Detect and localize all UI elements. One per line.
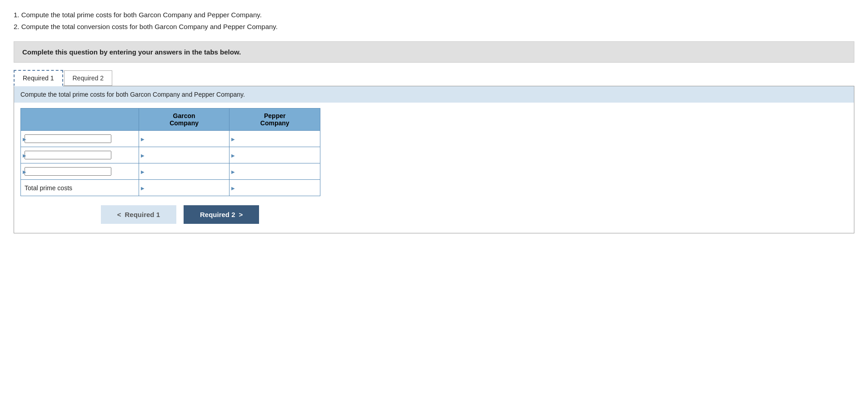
nav-buttons: Required 1 Required 2 bbox=[27, 205, 327, 224]
row2-garcon-cell bbox=[139, 147, 229, 163]
complete-banner: Complete this question by entering your … bbox=[14, 41, 854, 63]
chevron-right-icon bbox=[239, 211, 243, 218]
row1-label-input[interactable] bbox=[25, 134, 111, 143]
row2-label-input[interactable] bbox=[25, 151, 111, 159]
pepper-line1: Pepper bbox=[264, 112, 285, 119]
row2-label-cell bbox=[21, 147, 139, 163]
table-header-garcon: Garcon Company bbox=[139, 109, 229, 131]
chevron-left-icon bbox=[117, 211, 121, 218]
instruction-line2: 2. Compute the total conversion costs fo… bbox=[14, 21, 854, 33]
row1-pepper-input[interactable] bbox=[229, 131, 320, 147]
total-pepper-input[interactable] bbox=[229, 180, 320, 196]
prev-button[interactable]: Required 1 bbox=[101, 205, 176, 224]
total-label: Total prime costs bbox=[25, 184, 72, 192]
row3-garcon-cell bbox=[139, 163, 229, 180]
table-wrapper: Garcon Company Pepper Company bbox=[14, 103, 854, 233]
table-header-pepper: Pepper Company bbox=[229, 109, 320, 131]
tab-description: Compute the total prime costs for both G… bbox=[14, 86, 854, 103]
row1-label-cell bbox=[21, 131, 139, 147]
tabs-container: Required 1 Required 2 bbox=[14, 70, 854, 86]
tab-required1[interactable]: Required 1 bbox=[14, 70, 63, 86]
total-label-cell: Total prime costs bbox=[21, 180, 139, 196]
row3-label-input[interactable] bbox=[25, 167, 111, 176]
row1-pepper-cell bbox=[229, 131, 320, 147]
table-header-empty bbox=[21, 109, 139, 131]
instructions: 1. Compute the total prime costs for bot… bbox=[14, 9, 854, 32]
garcon-line1: Garcon bbox=[173, 112, 195, 119]
table-row-total: Total prime costs bbox=[21, 180, 320, 196]
total-pepper-cell bbox=[229, 180, 320, 196]
row3-pepper-cell bbox=[229, 163, 320, 180]
next-button[interactable]: Required 2 bbox=[184, 205, 259, 224]
total-garcon-cell bbox=[139, 180, 229, 196]
next-label: Required 2 bbox=[200, 211, 235, 218]
row2-garcon-input[interactable] bbox=[139, 147, 229, 163]
row3-pepper-input[interactable] bbox=[229, 163, 320, 179]
total-garcon-input[interactable] bbox=[139, 180, 229, 196]
tab2-label: Required 2 bbox=[73, 74, 104, 82]
instruction-line1: 1. Compute the total prime costs for bot… bbox=[14, 9, 854, 21]
pepper-line2: Company bbox=[260, 119, 289, 127]
tab-description-text: Compute the total prime costs for both G… bbox=[20, 91, 245, 98]
row3-label-cell bbox=[21, 163, 139, 180]
table-row bbox=[21, 163, 320, 180]
prev-label: Required 1 bbox=[125, 211, 160, 218]
prime-costs-table: Garcon Company Pepper Company bbox=[20, 108, 320, 196]
garcon-line2: Company bbox=[170, 119, 199, 127]
table-row bbox=[21, 147, 320, 163]
row1-garcon-cell bbox=[139, 131, 229, 147]
row1-garcon-input[interactable] bbox=[139, 131, 229, 147]
tab-required2[interactable]: Required 2 bbox=[64, 70, 113, 86]
table-row bbox=[21, 131, 320, 147]
row2-pepper-cell bbox=[229, 147, 320, 163]
tab1-label: Required 1 bbox=[23, 74, 54, 82]
banner-text: Complete this question by entering your … bbox=[22, 48, 241, 56]
row2-pepper-input[interactable] bbox=[229, 147, 320, 163]
row3-garcon-input[interactable] bbox=[139, 163, 229, 179]
tab-content: Compute the total prime costs for both G… bbox=[14, 86, 854, 233]
